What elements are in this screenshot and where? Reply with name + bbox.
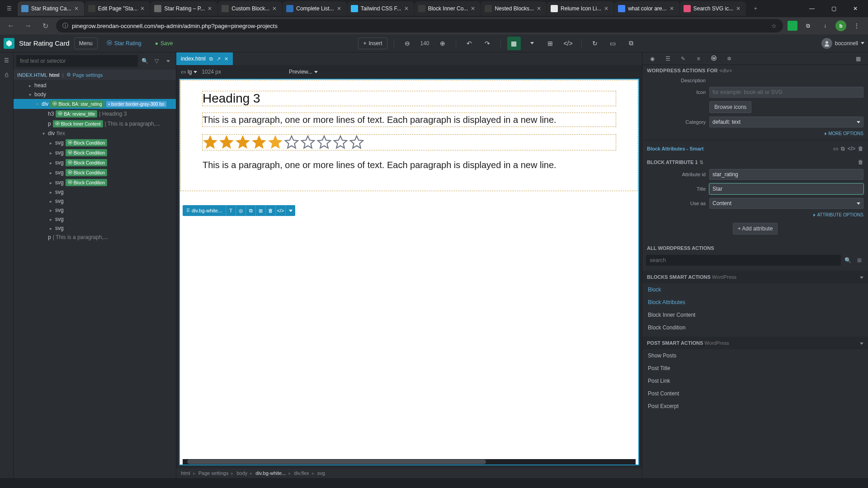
bookmark-icon[interactable]: ☆ [771, 23, 777, 29]
code-button[interactable]: </> [561, 37, 575, 50]
title-input[interactable] [709, 183, 863, 194]
action-post-content[interactable]: Post Content [642, 387, 868, 400]
star-icon[interactable] [333, 135, 348, 150]
downloads-icon[interactable]: ↓ [818, 19, 832, 33]
tab-close-icon[interactable]: ✕ [337, 5, 343, 12]
tree-node-svg[interactable]: ▸svgⓦBlock Condition [14, 178, 176, 188]
sel-duplicate-icon[interactable]: ⧉ [245, 205, 255, 216]
breakpoint-selector[interactable]: ▭ lg [181, 69, 197, 75]
canvas-tab-index[interactable]: index.html ⧉ ↗ ✕ [176, 52, 233, 65]
sel-edit-text-icon[interactable]: T [226, 205, 236, 216]
undo-button[interactable]: ↶ [462, 37, 476, 50]
star-rating-link[interactable]: ⓦ Star Rating [102, 37, 146, 49]
blocks-smart-actions-header[interactable]: BLOCKS SMART ACTIONS WordPress [642, 271, 868, 283]
zoom-out-button[interactable]: ⊖ [401, 37, 414, 50]
ba-action-code-icon[interactable]: </> [848, 145, 855, 152]
browser-menu-icon[interactable]: ☰ [4, 3, 14, 14]
action-show-posts[interactable]: Show Posts [642, 349, 868, 362]
browser-tab[interactable]: Custom Block...✕ [218, 1, 282, 16]
tree-file-header[interactable]: INDEX.HTML html | ⚙ Page settings [14, 70, 176, 80]
ba-action-2-icon[interactable]: ⧉ [841, 145, 845, 152]
tree-node-div-main[interactable]: ▾div ⓦBlock, BA: star_rating ▪border bor… [14, 99, 176, 109]
add-attribute-button[interactable]: + Add attribute [733, 223, 778, 235]
tree-node-head[interactable]: ▸head [14, 81, 176, 90]
tab-close-icon[interactable]: ✕ [272, 5, 278, 12]
action-block-attributes[interactable]: Block Attributes [642, 296, 868, 309]
profile-avatar[interactable]: b [835, 20, 846, 31]
browser-tab[interactable]: Relume Icon Li...✕ [547, 1, 614, 16]
breadcrumb-item[interactable]: div.flex [294, 470, 309, 476]
user-menu[interactable]: boconnell [821, 38, 864, 49]
forward-button[interactable]: → [22, 19, 34, 32]
post-smart-actions-header[interactable]: POST SMART ACTIONS WordPress [642, 337, 868, 349]
tree-node-svg[interactable]: ▸svg [14, 215, 176, 224]
breadcrumb-item[interactable]: svg [317, 470, 325, 476]
tree-node-svg[interactable]: ▸svg [14, 197, 176, 206]
page-heading[interactable]: Heading 3 [203, 91, 616, 106]
star-icon[interactable] [251, 135, 267, 150]
ba-action-delete-icon[interactable]: 🗑 [858, 145, 863, 152]
site-info-icon[interactable]: ⓘ [62, 22, 68, 30]
star-icon[interactable] [349, 135, 364, 150]
sel-grid-icon[interactable]: ⊞ [255, 205, 265, 216]
attr-id-input[interactable] [709, 169, 863, 180]
star-icon[interactable] [316, 135, 332, 150]
tab-close-icon[interactable]: ✕ [404, 5, 410, 12]
print-panel-icon[interactable]: ⎙ [1, 70, 12, 80]
close-window-button[interactable]: ✕ [846, 2, 864, 15]
rp-tab-attributes[interactable]: ≡ [691, 53, 706, 65]
maximize-button[interactable]: ▢ [825, 2, 843, 15]
tree-node-svg[interactable]: ▸svg [14, 188, 176, 197]
attribute-options-link[interactable]: ATTRIBUTE OPTIONS [642, 211, 868, 219]
star-icon[interactable] [235, 135, 250, 150]
rp-tab-structure[interactable]: ☰ [660, 53, 675, 65]
icon-input[interactable] [709, 87, 863, 98]
menu-button[interactable]: Menu [74, 38, 98, 49]
rp-tab-wordpress[interactable]: ⓦ [707, 53, 721, 65]
tab-close-icon[interactable]: ✕ [74, 5, 80, 12]
tree-node-svg[interactable]: ▸svgⓦBlock Condition [14, 168, 176, 178]
tab-close-icon[interactable]: ✕ [224, 56, 228, 62]
save-button[interactable]: ●Save [151, 38, 178, 49]
action-block-inner-content[interactable]: Block Inner Content [642, 309, 868, 321]
tree-search-input[interactable] [16, 55, 138, 67]
page-frame[interactable]: Heading 3 This is a paragraph, one or mo… [179, 79, 639, 465]
tab-close-icon[interactable]: ✕ [736, 5, 742, 12]
tab-close-icon[interactable]: ✕ [670, 5, 676, 12]
star-icon[interactable] [284, 135, 299, 150]
preview-button[interactable]: Preview... [289, 69, 318, 75]
rp-tab-properties[interactable]: ◉ [645, 53, 660, 65]
url-input[interactable]: ⓘ pinegrow.brendan-oconnell.com/wp-admin… [56, 19, 783, 33]
pinegrow-logo-icon[interactable] [4, 38, 14, 49]
zoom-in-button[interactable]: ⊕ [436, 37, 449, 50]
page-paragraph-1[interactable]: This is a paragraph, one or more lines o… [203, 113, 616, 127]
tree-node-body[interactable]: ▾body [14, 90, 176, 99]
action-post-excerpt[interactable]: Post Excerpt [642, 400, 868, 413]
use-as-select[interactable]: Content [709, 198, 863, 209]
browser-tab[interactable]: Complete List...✕ [283, 1, 346, 16]
rp-tab-library[interactable]: ▦ [851, 53, 865, 65]
visual-helpers-dropdown[interactable] [525, 37, 539, 50]
browser-tab[interactable]: Star Rating Ca...✕ [18, 1, 84, 16]
tree-node-svg[interactable]: ▸svgⓦBlock Condition [14, 148, 176, 158]
browser-tab[interactable]: what color are...✕ [614, 1, 679, 16]
tab-close-icon[interactable]: ✕ [537, 5, 543, 12]
tree-node-svg[interactable]: ▸svg [14, 206, 176, 215]
actions-search-input[interactable] [646, 255, 841, 266]
action-block[interactable]: Block [642, 283, 868, 296]
browser-tab[interactable]: Block Inner Co...✕ [415, 1, 481, 16]
browser-tab[interactable]: Tailwind CSS F...✕ [347, 1, 414, 16]
tree-node-p1[interactable]: p ⓦBlock Inner Content | This is a parag… [14, 119, 176, 129]
redo-button[interactable]: ↷ [481, 37, 494, 50]
search-icon[interactable]: 🔍 [843, 255, 853, 265]
browser-tab[interactable]: Edit Page "Sta...✕ [85, 1, 151, 16]
extensions-icon[interactable]: ⧉ [801, 19, 815, 33]
category-select[interactable]: default: text [709, 117, 863, 127]
new-tab-button[interactable]: + [749, 2, 762, 15]
browse-icons-button[interactable]: Browse icons [709, 101, 751, 113]
breadcrumb-item[interactable]: body [236, 470, 247, 476]
page-paragraph-2[interactable]: This is a paragraph, one or more lines o… [203, 158, 616, 172]
search-icon[interactable]: 🔍 [140, 56, 150, 66]
browser-tab[interactable]: Nested Blocks...✕ [481, 1, 547, 16]
page-view-button[interactable]: ▭ [606, 37, 620, 50]
